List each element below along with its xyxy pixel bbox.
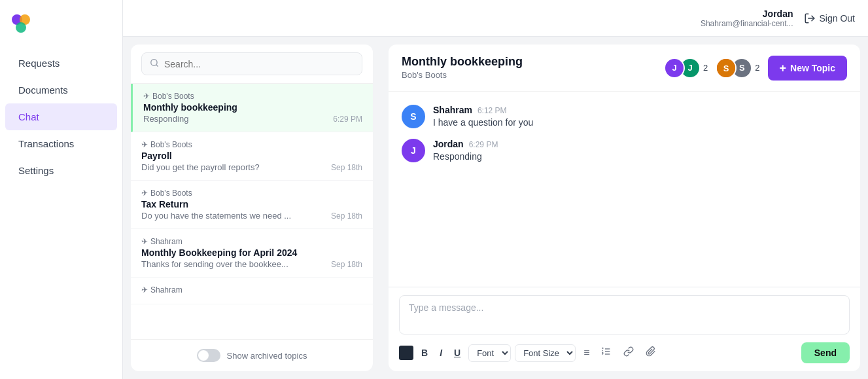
attachment-button[interactable] (642, 344, 660, 362)
topic-client-name: Bob's Boots (150, 140, 192, 149)
search-input[interactable] (164, 59, 354, 69)
topic-preview-text: Did you get the payroll reports? (141, 162, 326, 172)
message-avatar: J (402, 139, 425, 162)
avatar-j1: J (664, 58, 685, 79)
svg-line-5 (156, 65, 158, 67)
sidebar-item-transactions[interactable]: Transactions (5, 130, 117, 157)
chat-header: Monthly bookkeeping Bob's Boots J J 2 (389, 45, 860, 92)
flag-icon: ✈ (141, 140, 148, 149)
archived-toggle-row: Show archived topics (131, 339, 373, 371)
sidebar-item-requests[interactable]: Requests (5, 50, 117, 77)
flag-icon: ✈ (143, 92, 150, 101)
avatar-group-1: J J 2 (664, 58, 708, 79)
svg-text:S: S (723, 63, 729, 73)
topic-preview-text: Responding (143, 114, 328, 124)
chat-messages: S Shahram 6:12 PM I have a question for … (389, 92, 860, 287)
topic-item[interactable]: ✈ Bob's Boots Tax Return Do you have the… (131, 181, 373, 229)
topic-client: ✈ Bob's Boots (143, 92, 362, 101)
flag-icon: ✈ (141, 237, 148, 246)
user-email: Shahram@financial-cent... (701, 19, 793, 28)
search-input-wrap (141, 52, 362, 75)
chat-header-left: Monthly bookkeeping Bob's Boots (402, 55, 523, 81)
topic-client-name: Shahram (150, 237, 182, 246)
topic-title: Monthly bookkeeping (143, 102, 362, 113)
italic-button[interactable]: I (436, 345, 446, 361)
compose-textarea[interactable] (399, 295, 850, 334)
topic-client: ✈ Bob's Boots (141, 189, 362, 198)
plus-icon: + (780, 62, 787, 74)
topic-title: Payroll (141, 151, 362, 161)
new-topic-label: New Topic (790, 63, 835, 73)
topic-client: ✈ Bob's Boots (141, 140, 362, 149)
message-content: Jordan 6:29 PM Responding (433, 139, 498, 162)
compose-toolbar: B I U Font Font Size ≡ (399, 342, 850, 363)
message-time: 6:29 PM (469, 140, 498, 149)
bold-button[interactable]: B (417, 345, 432, 361)
app-logo (0, 10, 122, 50)
top-header: Jordan Shahram@financial-cent... Sign Ou… (123, 0, 868, 37)
font-size-select[interactable]: Font Size (515, 344, 576, 362)
topics-list: ✈ Bob's Boots Monthly bookkeeping Respon… (131, 84, 373, 339)
sidebar-item-settings[interactable]: Settings (5, 157, 117, 184)
sidebar-nav: Requests Documents Chat Transactions Set… (0, 50, 122, 184)
topic-time: 6:29 PM (333, 115, 362, 124)
link-button[interactable] (619, 344, 638, 362)
message-item: S Shahram 6:12 PM I have a question for … (402, 105, 847, 128)
sidebar-item-chat[interactable]: Chat (5, 103, 117, 130)
topic-item[interactable]: ✈ Shahram (131, 278, 373, 304)
avatar-stack-1: J J (664, 58, 701, 79)
color-swatch[interactable] (399, 346, 413, 360)
avatar-count-2: 2 (755, 63, 759, 73)
topic-preview: Responding 6:29 PM (143, 114, 362, 124)
sidebar-item-documents[interactable]: Documents (5, 77, 117, 103)
message-header: Shahram 6:12 PM (433, 105, 533, 115)
topic-client-name: Bob's Boots (150, 189, 192, 198)
message-content: Shahram 6:12 PM I have a question for yo… (433, 105, 533, 128)
chat-header-right: J J 2 S S (664, 56, 847, 81)
sign-out-button[interactable]: Sign Out (804, 12, 855, 24)
topic-preview-text: Thanks for sending over the bookkee... (141, 259, 326, 269)
message-author: Jordan (433, 139, 464, 149)
topics-panel: ✈ Bob's Boots Monthly bookkeeping Respon… (131, 45, 373, 371)
avatar-group-2: S S 2 (716, 58, 759, 79)
new-topic-button[interactable]: + New Topic (768, 56, 847, 81)
topic-time: Sep 18th (331, 163, 362, 172)
topic-preview-text: Do you have the statements we need ... (141, 211, 326, 221)
chat-panel: Monthly bookkeeping Bob's Boots J J 2 (389, 45, 860, 371)
topic-client: ✈ Shahram (141, 237, 362, 246)
topic-item[interactable]: ✈ Shahram Monthly Bookkeeping for April … (131, 229, 373, 278)
chat-subtitle: Bob's Boots (402, 70, 447, 80)
flag-icon: ✈ (141, 189, 148, 198)
topic-time: Sep 18th (331, 211, 362, 221)
avatar-s1: S (716, 58, 737, 79)
topic-preview: Did you get the payroll reports? Sep 18t… (141, 162, 362, 172)
sign-out-label: Sign Out (820, 13, 855, 24)
topic-time: Sep 18th (331, 260, 362, 269)
chat-compose: B I U Font Font Size ≡ (389, 287, 860, 371)
unordered-list-button[interactable]: ≡ (580, 344, 593, 361)
topic-preview: Do you have the statements we need ... S… (141, 211, 362, 221)
topic-item[interactable]: ✈ Bob's Boots Payroll Did you get the pa… (131, 132, 373, 181)
message-header: Jordan 6:29 PM (433, 139, 498, 149)
archived-toggle-switch[interactable] (197, 349, 220, 362)
underline-button[interactable]: U (450, 345, 464, 361)
avatar-stack-2: S S (716, 58, 752, 79)
chat-title: Monthly bookkeeping (402, 55, 523, 69)
font-select[interactable]: Font (468, 344, 511, 362)
topic-item[interactable]: ✈ Bob's Boots Monthly bookkeeping Respon… (131, 84, 373, 132)
user-info: Jordan Shahram@financial-cent... (701, 9, 793, 28)
sign-out-icon (804, 12, 816, 24)
toggle-knob (198, 350, 209, 361)
archived-toggle-label: Show archived topics (227, 351, 307, 361)
send-button[interactable]: Send (801, 342, 850, 363)
flag-icon: ✈ (141, 285, 148, 295)
svg-point-2 (16, 22, 26, 33)
topic-preview: Thanks for sending over the bookkee... S… (141, 259, 362, 269)
topic-client-name: Shahram (150, 285, 182, 295)
message-text: Responding (433, 151, 498, 162)
message-author: Shahram (433, 105, 472, 115)
ordered-list-button[interactable] (597, 344, 616, 362)
message-time: 6:12 PM (477, 106, 507, 115)
right-section: Jordan Shahram@financial-cent... Sign Ou… (123, 0, 868, 379)
topic-client: ✈ Shahram (141, 285, 362, 295)
